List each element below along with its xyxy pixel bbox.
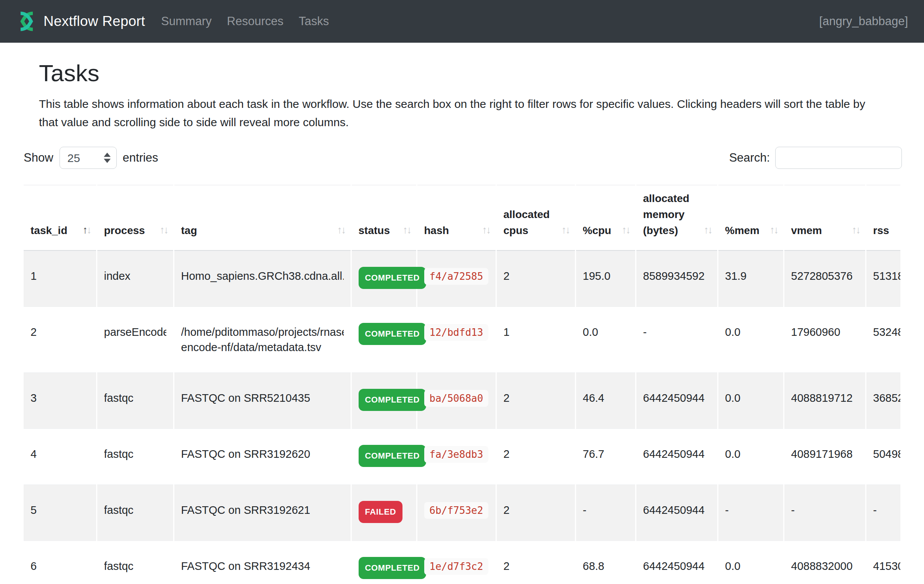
cell-text: FASTQC on SRR3192620	[181, 446, 344, 462]
cell-text: -	[791, 502, 858, 518]
cell-pcpu: 195.0	[575, 250, 635, 307]
column-header-task_id[interactable]: task_id↑↓	[24, 185, 97, 251]
column-label: tag	[181, 225, 197, 236]
cell-text: 6442450944	[643, 446, 710, 462]
column-label: rss	[873, 225, 889, 236]
cell-text: 41530	[873, 558, 901, 574]
cell-allocated_memory: 6442450944	[635, 373, 718, 429]
show-label: Show	[24, 151, 53, 165]
task-hash: ba/5068a0	[424, 390, 489, 407]
status-badge: COMPLETED	[359, 267, 427, 289]
cell-text: /home/pditommaso/projects/rnaseq-encode-…	[181, 324, 344, 355]
task-hash: f4/a72585	[424, 268, 489, 285]
cell-task_id: 2	[24, 307, 97, 373]
cell-text: fastqc	[104, 390, 166, 406]
cell-text: 0.0	[725, 390, 776, 406]
cell-task_id: 1	[24, 250, 97, 307]
cell-status: COMPLETED	[351, 250, 417, 307]
nav-links: SummaryResourcesTasks	[161, 15, 344, 28]
column-header-pcpu[interactable]: %cpu↑↓	[575, 185, 635, 251]
cell-text: 2	[503, 558, 568, 574]
brand[interactable]: Nextflow Report	[16, 11, 145, 32]
cell-text: 4089171968	[791, 446, 858, 462]
column-header-allocated_cpus[interactable]: allocated cpus↑↓	[496, 185, 575, 251]
column-header-hash[interactable]: hash↑↓	[417, 185, 496, 251]
brand-title: Nextflow Report	[43, 13, 145, 30]
cell-pmem: 0.0	[718, 373, 784, 429]
table-row: 1indexHomo_sapiens.GRCh38.cdna.all.fa.gz…	[24, 250, 900, 307]
page-length-select[interactable]: 25	[59, 147, 117, 169]
column-header-process[interactable]: process↑↓	[97, 185, 173, 251]
cell-text: 2	[503, 446, 568, 462]
cell-pcpu: 76.7	[575, 429, 635, 485]
cell-vmem: -	[784, 485, 866, 541]
task-hash: fa/3e8db3	[424, 446, 489, 463]
nextflow-logo-icon	[16, 11, 37, 32]
cell-pmem: -	[718, 485, 784, 541]
status-badge: COMPLETED	[359, 389, 427, 411]
cell-text: 1	[503, 324, 568, 340]
cell-tag: FASTQC on SRR5210435	[173, 373, 351, 429]
cell-text: 0.0	[583, 324, 628, 340]
cell-text: parseEncode	[104, 324, 166, 340]
column-header-rss[interactable]: rss	[866, 185, 900, 251]
cell-process: index	[97, 250, 173, 307]
tasks-table-wrap[interactable]: task_id↑↓process↑↓tag↑↓status↑↓hash↑↓all…	[24, 185, 900, 584]
cell-allocated_memory: 6442450944	[635, 485, 718, 541]
search-control: Search:	[729, 147, 902, 169]
run-name: [angry_babbage]	[819, 15, 908, 28]
page-head: Tasks This table shows information about…	[24, 59, 924, 132]
cell-text: 2	[31, 324, 89, 340]
nav-link-resources[interactable]: Resources	[227, 15, 284, 28]
table-row: 5fastqcFASTQC on SRR3192621FAILED6b/f753…	[24, 485, 900, 541]
task-hash: 1e/d7f3c2	[424, 558, 489, 575]
column-header-status[interactable]: status↑↓	[351, 185, 417, 251]
page-length-select-wrap: 25	[59, 147, 117, 169]
cell-process: parseEncode	[97, 307, 173, 373]
nav-link-summary[interactable]: Summary	[161, 15, 212, 28]
cell-process: fastqc	[97, 485, 173, 541]
cell-text: fastqc	[104, 446, 166, 462]
cell-text: -	[725, 502, 776, 518]
cell-status: COMPLETED	[351, 541, 417, 584]
cell-text: 50498	[873, 446, 901, 462]
cell-text: 6442450944	[643, 390, 710, 406]
cell-text: 17960960	[791, 324, 858, 340]
cell-rss: 41530	[866, 541, 900, 584]
cell-rss: 51318	[866, 250, 900, 307]
sort-arrows-icon: ↑↓	[337, 222, 345, 238]
column-header-vmem[interactable]: vmem↑↓	[784, 185, 866, 251]
cell-text: Homo_sapiens.GRCh38.cdna.all.fa.gz	[181, 268, 344, 284]
cell-text: -	[873, 502, 901, 518]
column-header-tag[interactable]: tag↑↓	[173, 185, 351, 251]
cell-process: fastqc	[97, 429, 173, 485]
cell-text: 0.0	[725, 446, 776, 462]
cell-text: fastqc	[104, 558, 166, 574]
cell-allocated_cpus: 2	[496, 485, 575, 541]
cell-task_id: 4	[24, 429, 97, 485]
column-label: %mem	[725, 225, 759, 236]
status-badge: COMPLETED	[359, 323, 427, 345]
cell-text: 76.7	[583, 446, 628, 462]
cell-text: 3	[31, 390, 89, 406]
cell-text: 6442450944	[643, 558, 710, 574]
cell-hash: 12/bdfd13	[417, 307, 496, 373]
entries-label: entries	[123, 151, 158, 165]
cell-pcpu: 0.0	[575, 307, 635, 373]
cell-status: FAILED	[351, 485, 417, 541]
search-input[interactable]	[775, 147, 902, 169]
sort-arrows-icon: ↑↓	[622, 222, 630, 238]
cell-tag: FASTQC on SRR3192621	[173, 485, 351, 541]
column-header-allocated_memory[interactable]: allocated memory (bytes)↑↓	[635, 185, 718, 251]
cell-text: index	[104, 268, 166, 284]
cell-text: 53248	[873, 324, 901, 340]
cell-hash: fa/3e8db3	[417, 429, 496, 485]
nav-link-tasks[interactable]: Tasks	[299, 15, 329, 28]
table-controls: Show 25 entries Search:	[24, 147, 924, 169]
sort-arrows-icon: ↑↓	[83, 222, 91, 238]
cell-rss: 53248	[866, 307, 900, 373]
task-hash: 6b/f753e2	[424, 502, 489, 519]
cell-rss: -	[866, 485, 900, 541]
column-header-pmem[interactable]: %mem↑↓	[718, 185, 784, 251]
cell-vmem: 4088819712	[784, 373, 866, 429]
